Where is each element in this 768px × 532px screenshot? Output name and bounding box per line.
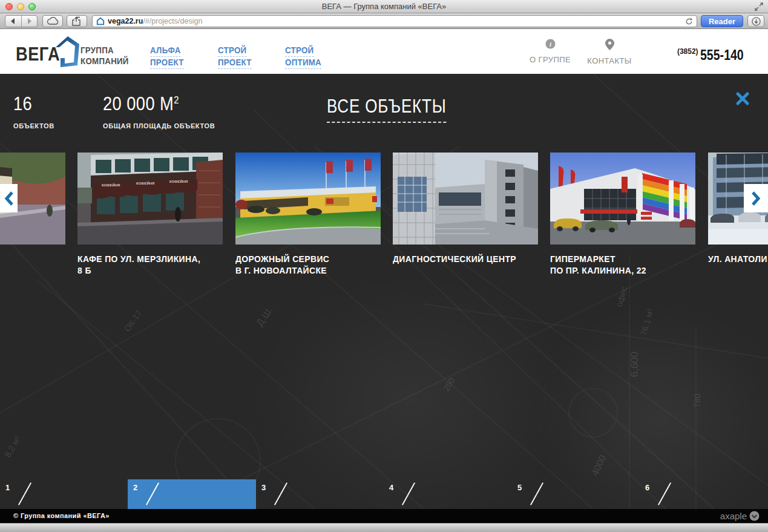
pagination-number: 6 xyxy=(645,483,649,492)
project-photo xyxy=(235,153,381,245)
pagination-item-5[interactable]: 5 xyxy=(512,479,640,509)
browser-toolbar: vega22.ru/#/projects/design Reader xyxy=(0,13,768,29)
phone-area-code: (3852) xyxy=(677,47,698,56)
download-icon xyxy=(752,17,761,26)
projects-overlay: ОК-17 Д.Ш. офис 76.1 м² 6,600 250 780 8,… xyxy=(0,74,768,509)
project-title-line: ДОРОЖНЫЙ СЕРВИС xyxy=(235,253,370,264)
about-group-link[interactable]: i О ГРУППЕ xyxy=(523,39,577,64)
nav-stroy-proekt[interactable]: СТРОЙ ПРОЕКТ xyxy=(218,45,252,69)
stat-objects-value: 16 xyxy=(13,93,32,115)
reader-button[interactable]: Reader xyxy=(701,15,743,27)
project-card-diagnostic-center[interactable]: ДИАГНОСТИЧЕСКИЙ ЦЕНТР xyxy=(393,153,538,264)
nav-label: КОМПАНИЙ xyxy=(80,56,129,67)
pagination-slash xyxy=(18,482,31,505)
nav-label: ОПТИМА xyxy=(285,57,321,69)
history-nav-group xyxy=(5,15,38,27)
pagination-number: 1 xyxy=(5,483,10,492)
pagination-item-1[interactable]: 1 xyxy=(0,479,128,509)
site-header: ВЕГА ГРУППА КОМПАНИЙ АЛЬФА ПРОЕКТ СТРОЙ … xyxy=(0,29,768,74)
project-title-line: КАФЕ ПО УЛ. МЕРЗЛИКИНА, xyxy=(77,253,212,264)
axaple-label: axaple xyxy=(720,511,747,521)
window-titlebar: ВЕГА — Группа компаний «ВЕГА» xyxy=(0,0,768,13)
carousel-next-button[interactable] xyxy=(744,184,768,212)
pagination-slash xyxy=(274,482,287,505)
pagination-number: 4 xyxy=(389,483,393,492)
back-button[interactable] xyxy=(5,16,21,27)
axaple-link[interactable]: axaple xyxy=(720,509,760,523)
location-pin-icon xyxy=(605,39,614,50)
nav-alfa-proekt[interactable]: АЛЬФА ПРОЕКТ xyxy=(150,45,184,69)
url-domain: vega22.ru xyxy=(108,17,143,25)
phone-main-number: 555-140 xyxy=(700,47,744,64)
pagination-item-6[interactable]: 6 xyxy=(640,479,768,509)
project-photo xyxy=(550,153,695,245)
blueprint-label: 6,600 xyxy=(629,352,641,378)
project-card-cafe-merzlikina[interactable]: КОФЕЙНЯКОФЕЙНЯКОФЕЙНЯ КАФЕ ПО УЛ. МЕРЗЛИ… xyxy=(77,153,223,276)
pagination-number: 2 xyxy=(133,483,137,492)
blueprint-background xyxy=(0,74,768,509)
window-title: ВЕГА — Группа компаний «ВЕГА» xyxy=(0,0,768,13)
nav-stroy-optima[interactable]: СТРОЙ ОПТИМА xyxy=(285,45,321,69)
nav-label: ПРОЕКТ xyxy=(218,57,252,69)
svg-text:КОФЕЙНЯ: КОФЕЙНЯ xyxy=(169,179,188,183)
pagination-number: 5 xyxy=(517,483,522,492)
pagination-item-2-active[interactable]: 2 xyxy=(128,479,256,509)
svg-text:КОФЕЙНЯ: КОФЕЙНЯ xyxy=(136,181,154,185)
pagination-slash xyxy=(530,482,543,505)
carousel-pagination: 1 2 3 4 5 6 xyxy=(0,479,768,509)
site-footer: © Группа компаний «ВЕГА» axaple xyxy=(0,509,768,523)
close-overlay-button[interactable] xyxy=(735,91,750,107)
nav-label: АЛЬФА xyxy=(150,45,181,57)
all-objects-title[interactable]: ВСЕ ОБЪЕКТЫ xyxy=(327,96,447,123)
project-card-hypermarket-kalinina[interactable]: ГИПЕРМАРКЕТ ПО ПР. КАЛИНИНА, 22 xyxy=(550,153,695,276)
stat-objects: 16 ОБЪЕКТОВ xyxy=(13,93,54,130)
carousel-prev-button[interactable] xyxy=(0,184,18,212)
project-title-line: ДИАГНОСТИЧЕСКИЙ ЦЕНТР xyxy=(393,253,528,264)
reader-label: Reader xyxy=(709,17,735,26)
stat-area-label: ОБЩАЯ ПЛОЩАДЬ ОБЪЕКТОВ xyxy=(103,122,215,130)
pagination-slash xyxy=(658,482,671,505)
url-path: /#/projects/design xyxy=(143,17,202,25)
pagination-number: 3 xyxy=(261,483,266,492)
pagination-slash xyxy=(146,482,159,505)
nav-label: ГРУППА xyxy=(80,45,114,56)
pagination-slash xyxy=(402,482,415,505)
stat-area-value: 20 000 М xyxy=(103,93,174,114)
info-icon: i xyxy=(545,39,556,49)
refresh-icon[interactable] xyxy=(685,18,693,25)
svg-text:КОФЕЙНЯ: КОФЕЙНЯ xyxy=(102,183,120,187)
stat-total-area: 20 000 М2 ОБЩАЯ ПЛОЩАДЬ ОБЪЕКТОВ xyxy=(103,93,215,130)
all-objects-title-text: ВСЕ ОБЪЕКТЫ xyxy=(327,96,447,123)
nav-label: СТРОЙ xyxy=(285,45,313,57)
chevron-right-icon xyxy=(751,191,761,206)
contacts-link[interactable]: КОНТАКТЫ xyxy=(582,39,637,65)
nav-label: ПРОЕКТ xyxy=(150,57,184,69)
icloud-tabs-button[interactable] xyxy=(42,15,63,27)
project-title-line: 8 Б xyxy=(77,264,212,276)
forward-button[interactable] xyxy=(21,16,38,27)
nav-group-companies[interactable]: ГРУППА КОМПАНИЙ xyxy=(80,45,129,67)
vega-logo-house-icon xyxy=(53,34,82,70)
contacts-label: КОНТАКТЫ xyxy=(582,56,637,65)
project-title-line: А-ОБИ xyxy=(0,253,55,264)
blueprint-label: 780 xyxy=(692,393,702,407)
stat-objects-label: ОБЪЕКТОВ xyxy=(13,122,54,130)
pagination-item-4[interactable]: 4 xyxy=(384,479,512,509)
axaple-logo-icon xyxy=(749,511,760,521)
share-button[interactable] xyxy=(67,15,87,27)
project-card-road-service[interactable]: ДОРОЖНЫЙ СЕРВИС В Г. НОВОАЛТАЙСКЕ xyxy=(235,153,381,276)
about-group-label: О ГРУППЕ xyxy=(523,55,577,64)
address-bar[interactable]: vega22.ru/#/projects/design xyxy=(92,15,697,27)
project-title-line: ПО ПР. КАЛИНИНА, 22 xyxy=(550,264,685,276)
pagination-item-3[interactable]: 3 xyxy=(256,479,384,509)
browser-window: ВЕГА — Группа компаний «ВЕГА» xyxy=(0,0,768,532)
downloads-button[interactable] xyxy=(747,15,764,27)
project-title-line: УЛ. АНАТОЛИ xyxy=(708,253,768,264)
vega-logo[interactable]: ВЕГА xyxy=(16,34,82,70)
copyright-text: © Группа компаний «ВЕГА» xyxy=(13,509,110,523)
share-icon xyxy=(71,16,82,26)
project-photo xyxy=(393,153,538,245)
fullscreen-icon[interactable] xyxy=(755,2,763,11)
nav-label: СТРОЙ xyxy=(218,45,246,57)
project-title-line: ГИПЕРМАРКЕТ xyxy=(550,253,685,264)
